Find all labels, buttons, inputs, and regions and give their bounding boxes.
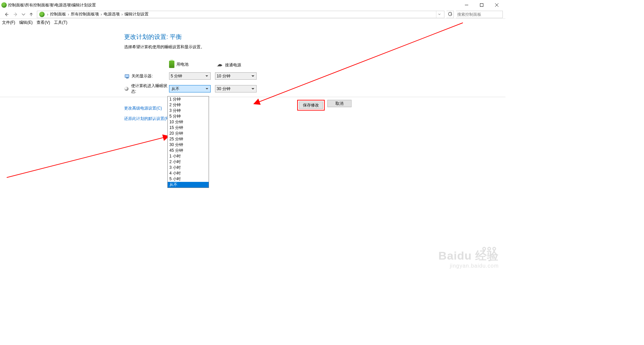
display-off-plugged-select[interactable]: 10 分钟 (215, 72, 257, 80)
page-title: 更改计划的设置: 平衡 (124, 33, 499, 41)
row-sleep: 使计算机进入睡眠状态: 从不 30 分钟 (124, 84, 499, 93)
row-display-off: 关闭显示器: 5 分钟 10 分钟 (124, 71, 499, 81)
dropdown-option[interactable]: 1 分钟 (168, 96, 209, 102)
dropdown-option[interactable]: 1 小时 (168, 153, 209, 159)
minimize-button[interactable] (459, 0, 474, 10)
chevron-down-icon (206, 88, 208, 89)
close-button[interactable] (489, 0, 504, 10)
chevron-right-icon: › (68, 12, 69, 17)
column-plugged: 接通电源 (216, 62, 258, 68)
save-button[interactable]: 保存修改 (299, 101, 323, 109)
menu-view[interactable]: 查看(V) (37, 20, 50, 25)
dropdown-option[interactable]: 3 分钟 (168, 108, 209, 114)
breadcrumb-item[interactable]: 电源选项 (104, 11, 120, 17)
footer-separator (0, 97, 505, 97)
search-input[interactable] (456, 11, 503, 18)
annotation-highlight-save: 保存修改 (297, 100, 325, 111)
column-plugged-label: 接通电源 (225, 62, 241, 68)
dropdown-option[interactable]: 20 分钟 (168, 131, 209, 136)
dropdown-option[interactable]: 15 分钟 (168, 125, 209, 131)
nav-toolbar: › 控制面板 › 所有控制面板项 › 电源选项 › 编辑计划设置 (0, 10, 505, 19)
svg-rect-0 (480, 4, 483, 7)
forward-button[interactable] (12, 11, 19, 18)
up-button[interactable] (28, 11, 35, 18)
battery-icon (169, 61, 174, 68)
dropdown-option[interactable]: 25 分钟 (168, 136, 209, 142)
recent-dropdown[interactable] (21, 11, 25, 18)
menu-tools[interactable]: 工具(T) (54, 20, 67, 25)
sleep-battery-dropdown-popup[interactable]: 1 分钟2 分钟3 分钟5 分钟10 分钟15 分钟20 分钟25 分钟30 分… (167, 96, 209, 188)
dropdown-option[interactable]: 5 小时 (168, 176, 209, 182)
window-title: 控制面板\所有控制面板项\电源选项\编辑计划设置 (8, 2, 459, 8)
power-plan-icon (1, 2, 7, 8)
row-sleep-label: 使计算机进入睡眠状态: (131, 83, 169, 94)
maximize-button[interactable] (474, 0, 489, 10)
dropdown-option[interactable]: 2 小时 (168, 159, 209, 165)
breadcrumb-item[interactable]: 控制面板 (50, 11, 66, 17)
footer-buttons: 保存修改 取消 (297, 100, 352, 111)
monitor-icon (124, 73, 129, 79)
location-breadcrumbs[interactable]: › 控制面板 › 所有控制面板项 › 电源选项 › 编辑计划设置 (37, 11, 444, 18)
column-battery: 用电池 (169, 61, 211, 68)
sleep-plugged-select[interactable]: 30 分钟 (215, 85, 257, 92)
sleep-battery-value: 从不 (171, 86, 179, 92)
breadcrumb-item[interactable]: 编辑计划设置 (124, 11, 149, 17)
row-display-label: 关闭显示器: (131, 73, 153, 79)
content-area: 更改计划的设置: 平衡 选择希望计算机使用的睡眠设置和显示设置。 用电池 接通电… (0, 26, 505, 272)
page-subtext: 选择希望计算机使用的睡眠设置和显示设置。 (124, 44, 499, 50)
location-dropdown-toggle[interactable] (436, 11, 442, 18)
dropdown-option[interactable]: 4 小时 (168, 170, 209, 176)
dropdown-option[interactable]: 30 分钟 (168, 142, 209, 148)
chevron-right-icon: › (121, 12, 123, 17)
refresh-button[interactable] (446, 11, 454, 18)
sleep-battery-select[interactable]: 从不 (169, 85, 211, 92)
chevron-right-icon: › (47, 12, 48, 17)
column-battery-label: 用电池 (176, 62, 189, 67)
menu-bar: 文件(F) 编辑(E) 查看(V) 工具(T) (0, 19, 505, 26)
window-controls (459, 0, 504, 10)
back-button[interactable] (3, 11, 10, 18)
settings-grid: 用电池 接通电源 关闭显示器: 5 分钟 10 分钟 (124, 55, 499, 93)
location-icon (39, 12, 45, 17)
titlebar: 控制面板\所有控制面板项\电源选项\编辑计划设置 (0, 0, 505, 10)
dropdown-option[interactable]: 45 分钟 (168, 148, 209, 153)
dropdown-option[interactable]: 2 分钟 (168, 102, 209, 108)
menu-edit[interactable]: 编辑(E) (19, 20, 33, 25)
column-header-row: 用电池 接通电源 (124, 55, 499, 68)
dropdown-option[interactable]: 5 分钟 (168, 114, 209, 119)
dropdown-option[interactable]: 从不 (168, 182, 209, 188)
plug-icon (216, 64, 223, 67)
cancel-button[interactable]: 取消 (327, 100, 352, 107)
dropdown-option[interactable]: 3 小时 (168, 165, 209, 170)
search-field[interactable] (457, 12, 505, 17)
breadcrumb-item[interactable]: 所有控制面板项 (71, 11, 99, 17)
dropdown-option[interactable]: 10 分钟 (168, 119, 209, 125)
chevron-right-icon: › (101, 12, 102, 17)
display-off-battery-select[interactable]: 5 分钟 (169, 72, 211, 80)
menu-file[interactable]: 文件(F) (2, 20, 15, 25)
moon-icon (124, 86, 129, 91)
